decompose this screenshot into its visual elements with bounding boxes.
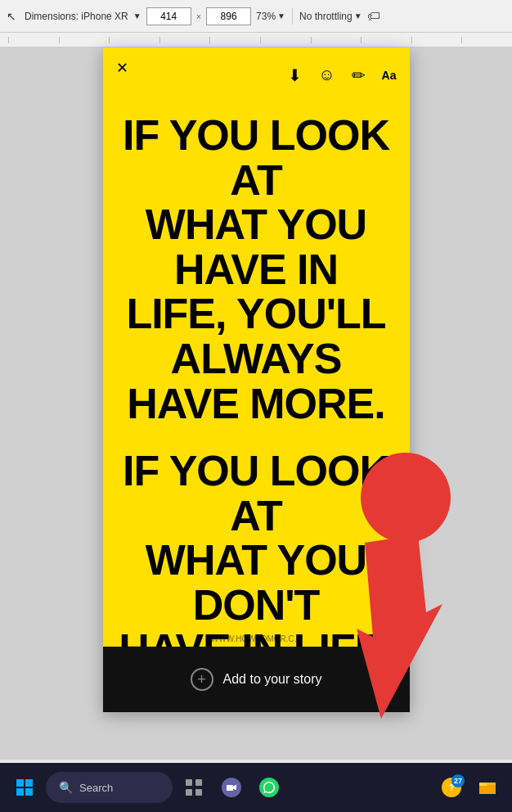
svg-rect-6 xyxy=(186,779,192,786)
svg-rect-8 xyxy=(186,789,192,796)
quote-section-1: IF YOU LOOK AT WHAT YOU HAVE IN LIFE, YO… xyxy=(103,97,410,426)
height-input[interactable] xyxy=(206,7,251,25)
cursor-icon: ↖ xyxy=(7,10,16,23)
ruler-mark xyxy=(209,37,260,43)
taskbar: 🔍 Search ? 27 xyxy=(0,763,512,812)
windows-logo-icon xyxy=(15,778,34,797)
ruler-mark xyxy=(8,37,59,43)
svg-point-11 xyxy=(259,778,279,797)
zoom-chevron-icon: ▼ xyxy=(277,11,285,20)
add-story-circle-icon[interactable]: + xyxy=(191,668,213,691)
dimensions-label: Dimensions: iPhone XR xyxy=(25,11,128,22)
throttle-select[interactable]: No throttling ▼ xyxy=(299,11,362,22)
phone-frame: ✕ ⬇ ☺ ✏ Aa IF YOU LOOK AT WHAT YOU HAVE … xyxy=(103,47,410,712)
taskbar-search[interactable]: 🔍 Search xyxy=(46,772,173,803)
svg-rect-3 xyxy=(25,779,33,787)
search-icon: 🔍 xyxy=(59,781,73,794)
notification-button[interactable]: ? 27 xyxy=(435,771,468,804)
ruler-marks xyxy=(0,37,512,43)
story-topbar: ✕ ⬇ ☺ ✏ Aa xyxy=(103,47,410,92)
quote1-line2: WHAT YOU HAVE IN xyxy=(111,202,402,291)
width-input[interactable] xyxy=(146,7,191,25)
svg-rect-9 xyxy=(195,789,202,796)
badge-count: 27 xyxy=(451,774,465,787)
add-to-story-label[interactable]: Add to your story xyxy=(223,672,322,687)
toolbar-divider xyxy=(292,8,293,25)
browser-toolbar: ↖ Dimensions: iPhone XR ▼ × 73% ▼ No thr… xyxy=(0,0,512,33)
whatsapp-button[interactable] xyxy=(253,771,285,804)
ruler xyxy=(0,33,512,47)
ruler-mark xyxy=(109,37,159,43)
story-bottom-bar: + Add to your story xyxy=(103,647,410,712)
text-style-button[interactable]: Aa xyxy=(382,69,397,82)
ruler-mark xyxy=(159,37,210,43)
meet-button[interactable] xyxy=(215,771,248,804)
chevron-down-icon: ▼ xyxy=(133,11,141,20)
download-icon[interactable]: ⬇ xyxy=(288,65,302,85)
ruler-mark xyxy=(411,37,462,43)
svg-rect-7 xyxy=(195,779,202,786)
file-explorer-button[interactable] xyxy=(471,771,504,804)
ruler-mark xyxy=(361,37,411,43)
close-button[interactable]: ✕ xyxy=(116,59,128,77)
ruler-mark xyxy=(461,37,512,43)
task-view-button[interactable] xyxy=(177,771,210,804)
start-button[interactable] xyxy=(8,771,41,804)
quote1-line1: IF YOU LOOK AT xyxy=(111,113,402,202)
taskbar-right: ? 27 xyxy=(435,771,504,804)
svg-rect-4 xyxy=(16,788,24,796)
dimension-x-separator: × xyxy=(196,11,201,21)
svg-rect-2 xyxy=(16,779,24,787)
zoom-select[interactable]: 73% ▼ xyxy=(256,11,285,22)
svg-rect-15 xyxy=(479,783,487,786)
throttle-label: No throttling xyxy=(299,11,353,22)
ruler-mark xyxy=(260,37,311,43)
bookmark-icon[interactable]: 🏷 xyxy=(367,9,380,24)
quote1-line4: HAVE MORE. xyxy=(111,381,402,426)
svg-rect-5 xyxy=(25,788,33,796)
quote2-line1: IF YOU LOOK AT xyxy=(111,449,402,538)
sticker-icon[interactable]: ☺ xyxy=(318,65,335,84)
main-area: ✕ ⬇ ☺ ✏ Aa IF YOU LOOK AT WHAT YOU HAVE … xyxy=(0,47,512,760)
website-credit: WWW.HOWTOMOR.C... xyxy=(103,634,410,645)
quote1-line3: LIFE, YOU'LL ALWAYS xyxy=(111,291,402,381)
dimensions-dropdown[interactable]: ▼ xyxy=(133,11,141,20)
zoom-label: 73% xyxy=(256,11,276,22)
draw-icon[interactable]: ✏ xyxy=(352,65,366,85)
ruler-mark xyxy=(59,37,110,43)
search-label: Search xyxy=(79,782,113,794)
quote2-line2: WHAT YOU DON'T xyxy=(111,538,402,627)
throttle-chevron-icon: ▼ xyxy=(354,11,362,20)
ruler-mark xyxy=(311,37,362,43)
